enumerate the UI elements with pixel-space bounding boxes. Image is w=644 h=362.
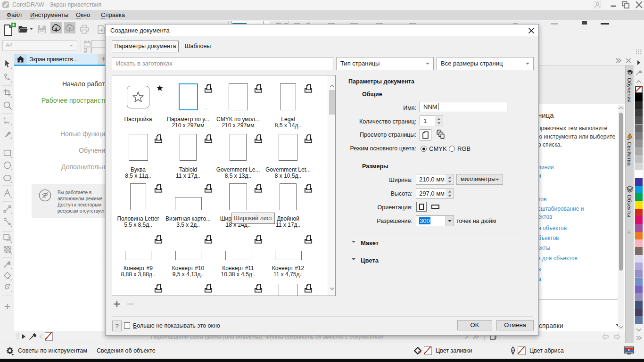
new-document-icon[interactable] [3,22,17,36]
docker-collapse-icon[interactable] [615,58,622,63]
resolution-dropdown-button[interactable] [446,215,454,226]
welcome-item[interactable]: Новые функции [60,130,109,138]
tool-artistic-media-icon[interactable] [3,129,12,138]
close-window-button[interactable] [632,0,644,10]
swatch-#fdb3bc[interactable] [635,239,643,247]
resolution-input[interactable]: 300 [416,215,446,226]
swatch-#686868[interactable] [635,124,643,132]
grid-scrollbar[interactable] [328,75,336,296]
user-account-icon[interactable] [590,0,604,10]
cancel-button[interactable]: Отмена [496,320,534,330]
swatch-#a3509d[interactable] [635,224,643,231]
swatch-#f0791e[interactable] [635,232,643,239]
gear-icon[interactable] [6,346,15,356]
tool-interactive-fill-icon[interactable] [3,271,12,280]
menu-С[interactable]: Справка [101,11,125,18]
section-colors[interactable]: Цвета [361,257,379,264]
docker-link[interactable]: екты [538,245,550,251]
preset-thumbnail[interactable] [279,134,297,161]
status-fill-color[interactable]: Цвет заливки [436,347,472,354]
tool-smart-fill-icon[interactable] [3,283,12,292]
preset-thumbnail[interactable] [230,134,247,161]
color-proof-icon[interactable] [623,346,635,356]
scroll-down-icon[interactable] [619,325,623,329]
width-input[interactable]: 210,0 мм [416,174,446,185]
palette-prev-icon[interactable] [39,334,43,339]
preset-thumbnail[interactable] [175,197,202,210]
tool-line-icon[interactable] [3,205,12,214]
palette-grip[interactable] [16,332,20,341]
tab-document-settings[interactable]: Параметры документа [112,41,179,52]
preset-thumbnail[interactable] [275,251,302,260]
remove-preset-button[interactable] [127,300,134,308]
tool-eyedropper-icon[interactable] [3,260,12,269]
tool-zoom-icon[interactable] [3,101,12,110]
nav-back-icon[interactable] [601,333,610,340]
spin-down-icon[interactable] [448,181,452,183]
add-docker-tab-button[interactable]: + [627,228,631,236]
welcome-item[interactable]: Дополнительно [61,163,109,171]
tool-crop-icon[interactable] [3,88,12,97]
portrait-button[interactable] [416,202,427,212]
swatch-#7e7e7e[interactable] [635,132,643,140]
welcome-item[interactable]: Рабочее пространство [41,97,111,104]
preset-thumbnail[interactable] [225,251,251,260]
docker-link[interactable]: тов [538,196,546,203]
status-object-info[interactable]: Сведения об объекте [97,347,156,354]
preset-thumbnail[interactable] [130,183,146,210]
preset-thumbnail[interactable] [279,284,297,296]
swatch-#968fcb[interactable] [635,270,643,278]
tool-add-tool-icon[interactable] [3,302,12,311]
radio-cmyk[interactable] [421,146,427,152]
docker-link[interactable]: бъектов [538,235,559,241]
preset-thumbnail[interactable] [175,251,201,260]
spin-up-icon[interactable] [437,118,441,120]
preset-thumbnail[interactable] [125,251,151,260]
width-spinner[interactable] [446,174,454,185]
tool-text-icon[interactable] [3,189,12,197]
swatch-#d8291f[interactable] [635,209,643,216]
grid-scroll-up-icon[interactable] [330,84,335,88]
docker-close-icon[interactable] [626,58,631,63]
tool-rectangle-icon[interactable] [3,148,12,157]
tool-drop-shadow-icon[interactable] [3,233,12,242]
preset-thumbnail[interactable] [129,134,148,161]
swatch-#272727[interactable] [635,101,643,109]
palette-scroll-down-icon[interactable] [635,326,643,333]
docker-link[interactable]: линии [538,164,554,171]
swatch-#bfbfbf[interactable] [635,155,643,163]
all-page-sizes-combo[interactable]: Все размеры страниц [437,57,534,70]
colors-collapse-icon[interactable] [352,258,355,262]
swatch-#3d3d3d[interactable] [635,109,643,116]
height-input[interactable]: 297,0 мм [416,188,446,199]
fill-none-swatch[interactable] [424,346,432,355]
swatch-#958dbb[interactable] [635,293,643,301]
swatch-#dcd9f0[interactable] [635,255,643,263]
outline-none-swatch[interactable] [518,346,526,355]
facing-pages-view-button[interactable] [436,130,446,140]
cloud-upload-icon[interactable] [64,22,75,33]
help-button[interactable]: ? [112,321,122,331]
radio-rgb[interactable] [449,146,455,152]
swatch-#ffffff[interactable] [635,170,643,178]
menu-Ф[interactable]: Файл [7,11,22,18]
swatch-#5c79a2[interactable] [635,316,643,324]
grid-scroll-thumb[interactable] [329,90,335,115]
swatch-#d5d5d5[interactable] [635,163,643,170]
palette-flyout-icon[interactable] [21,334,26,339]
status-tool-hints[interactable]: Советы по инструментам [18,347,87,354]
swatch-#dd0b6c[interactable] [635,216,643,224]
docker-link[interactable]: ектов [538,214,552,220]
tool-shape-icon[interactable] [3,73,12,82]
swatch-none[interactable] [635,86,643,93]
swatch-#ffe000[interactable] [635,201,643,209]
swatch-#00a0e2[interactable] [635,186,643,193]
spin-up-icon[interactable] [448,176,452,179]
welcome-item[interactable]: Начало работы [62,80,109,88]
welcome-item[interactable]: Обучение [79,147,109,154]
swatch-#7091c9[interactable] [635,278,643,286]
preset-thumbnail[interactable] [280,183,297,210]
pages-spinner[interactable] [435,115,443,126]
layout-collapse-icon[interactable] [352,241,355,245]
docker-link[interactable]: з для объектов [538,255,578,262]
